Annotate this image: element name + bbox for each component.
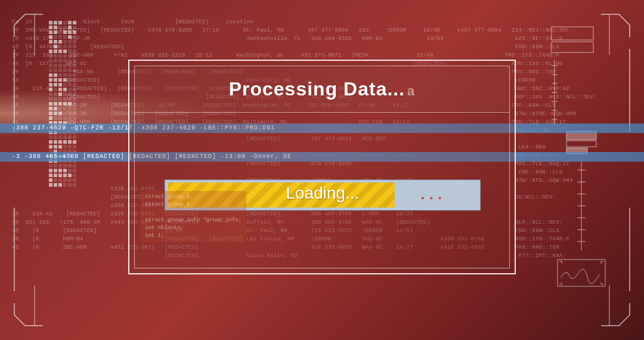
dialog-title-bar: Processing Data...a: [135, 66, 509, 113]
dialog-title-text: Processing Data...: [229, 78, 405, 100]
equalizer-bars: [49, 21, 76, 187]
progress-glitch-text: ...: [419, 187, 444, 203]
svg-rect-0: [552, 27, 593, 40]
svg-rect-11: [566, 141, 596, 147]
dialog-title-glitch: a: [407, 84, 415, 98]
gauge-panel: [549, 24, 614, 316]
processing-dialog: Processing Data...a Loading... ...: [128, 60, 516, 274]
code-snippet: struct group_b... struct group_b... stru…: [140, 191, 246, 242]
dialog-title: Processing Data...a: [229, 78, 416, 100]
svg-rect-1: [552, 42, 593, 52]
